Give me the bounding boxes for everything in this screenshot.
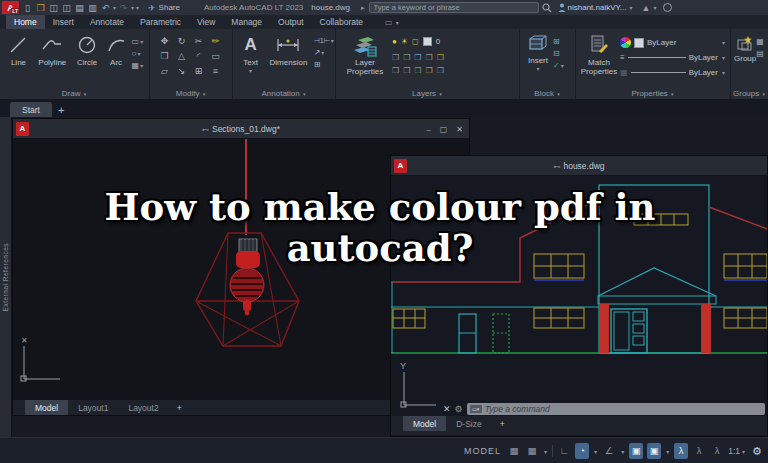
layer-off-icon[interactable]: ❒ [426,53,433,62]
color-bylayer-value[interactable]: ByLayer [647,38,718,47]
sections-window-titlebar[interactable]: A ⊷Sections_01.dwg* – ▢ ✕ [13,119,469,139]
command-input[interactable] [485,404,762,414]
circle-button[interactable]: Circle [72,29,103,85]
rotate-icon[interactable]: ↻ [173,34,190,49]
match-properties-button[interactable]: Match Properties [580,29,618,85]
annotation-scale-icon[interactable]: λ [710,443,724,459]
help-icon[interactable] [663,3,672,12]
linear-dimension-icon[interactable]: ⊣1⊢▾ [314,37,335,45]
house-tab-model[interactable]: Model [403,416,446,431]
group-edit-icon[interactable]: ▤ [756,49,768,58]
open-file-icon[interactable]: ❒ [34,3,47,13]
mirror-icon[interactable]: △ [173,49,190,64]
isometric-drafting-icon[interactable]: ∠ [602,443,616,459]
leader-icon[interactable]: ↗▾ [314,48,335,57]
text-button[interactable]: A Text ▾ [238,29,263,85]
sections-tab-layout1[interactable]: Layout1 [68,400,118,415]
ellipse-tool-icon[interactable]: ○▾ [132,49,149,58]
layer-delete-icon[interactable]: ❒ [426,66,433,75]
lineweight-bylayer-value[interactable]: ByLayer [689,53,718,62]
line-button[interactable]: Line [4,29,33,85]
layer-isolate-icon[interactable]: ❒ [403,53,410,62]
draw-panel-label[interactable]: Draw ▾ [0,89,149,98]
account-menu[interactable]: nishant.naikVY... ▾ [558,3,634,12]
snap-caret-icon[interactable]: ▾ [544,448,547,455]
edit-block-icon[interactable]: ⊟ [553,49,573,58]
model-space-button[interactable]: MODEL [464,446,501,456]
layer-on-icon[interactable]: ● [392,37,397,46]
lineweight-icon[interactable]: ≡ [620,53,625,62]
annotation-scale-value[interactable]: 1:1 ▾ [728,446,746,456]
ribbon-tab-output[interactable]: Output [270,15,312,29]
search-icon[interactable] [542,3,552,13]
array-icon[interactable]: ⊞ [190,64,207,79]
undo-caret-icon[interactable]: ▾ [113,4,116,11]
ribbon-tab-annotate[interactable]: Annotate [82,15,132,29]
properties-panel-label[interactable]: Properties ▾ [576,89,730,98]
osnap-tracking-icon[interactable]: ▣ [629,443,643,459]
move-icon[interactable]: ✥ [156,34,173,49]
sections-restore-icon[interactable]: ▢ [440,125,448,134]
polyline-button[interactable]: Polyline [33,29,72,85]
ribbon-tab-parametric[interactable]: Parametric [132,15,189,29]
rectangle-tool-icon[interactable]: ▭▾ [132,37,149,46]
copy-icon[interactable]: ❐ [156,49,173,64]
arc-button[interactable]: Arc [103,29,130,85]
ortho-mode-icon[interactable]: ∟ [557,443,571,459]
layer-thaw-icon[interactable]: ☀ [401,37,408,46]
group-button[interactable]: Group [734,29,756,85]
ribbon-tab-view[interactable]: View [189,15,223,29]
command-tools-icon[interactable]: ⚙ [455,404,463,414]
scale-icon[interactable]: ↘ [173,64,190,79]
autoscale-icon[interactable]: λ [692,443,706,459]
layer-lock-icon[interactable]: ❒ [437,53,444,62]
offset-icon[interactable]: ▭ [207,49,224,64]
object-color-icon[interactable] [620,37,631,48]
external-references-palette-tab[interactable]: External References [0,117,12,437]
grid-display-icon[interactable]: ▦ [507,443,521,459]
sections-minimize-icon[interactable]: – [426,125,430,134]
erase-icon[interactable]: ✏ [207,34,224,49]
settings-gear-icon[interactable]: ⚙ [750,443,764,459]
layer-color-swatch[interactable] [423,37,432,46]
sections-tab-layout2[interactable]: Layout2 [118,400,168,415]
new-drawing-tab-button[interactable]: + [58,104,64,117]
object-snap-icon[interactable]: ▣ [647,443,661,459]
fillet-icon[interactable]: ◜ [190,49,207,64]
stretch-icon[interactable]: ▱ [156,64,173,79]
layer-state-icon[interactable]: ❒ [392,53,399,62]
osnap-caret-icon[interactable]: ▾ [666,448,669,455]
layer-match-icon[interactable]: ❒ [392,66,399,75]
color-caret-icon[interactable]: ▾ [722,39,725,46]
house-tab-dsize[interactable]: D-Size [446,416,492,431]
new-file-icon[interactable]: ▯ [21,3,34,13]
app-caret-icon[interactable]: ▾ [654,4,657,11]
block-attributes-icon[interactable]: ✓▾ [553,61,573,70]
trim-icon[interactable]: ✂ [190,34,207,49]
layer-properties-button[interactable]: Layer Properties [342,29,388,85]
ungroup-icon[interactable]: ▦ [756,37,768,46]
start-tab[interactable]: Start [10,102,52,117]
layers-panel-label[interactable]: Layers ▾ [336,89,519,98]
linetype-icon[interactable]: ▦ [620,68,628,77]
command-options-icon[interactable]: ▭▾ [470,405,482,413]
save-icon[interactable]: ◫ [47,3,60,13]
layer-merge-icon[interactable]: ❒ [414,66,421,75]
iso-caret-icon[interactable]: ▾ [621,448,624,455]
sheet-set-icon[interactable]: ▥ [86,3,99,13]
create-block-icon[interactable]: ⊞ [553,37,573,46]
share-button[interactable]: ✈ Share [148,3,180,13]
ribbon-tab-manage[interactable]: Manage [223,15,270,29]
lineweight-caret-icon[interactable]: ▾ [722,54,725,61]
autocad-logo-icon[interactable]: A LT [2,1,19,14]
annotation-panel-label[interactable]: Annotation ▾ [233,89,335,98]
linetype-bylayer-value[interactable]: ByLayer [689,68,718,77]
modify-panel-label[interactable]: Modify ▾ [150,89,232,98]
sections-new-layout-button[interactable]: + [169,400,190,415]
house-window-titlebar[interactable]: A ⊷house.dwg [391,156,767,176]
sections-tab-model[interactable]: Model [25,400,68,415]
linetype-caret-icon[interactable]: ▾ [722,69,725,76]
undo-icon[interactable]: ↶ [99,3,112,13]
block-panel-label[interactable]: Block ▾ [520,89,575,98]
search-expand-icon[interactable]: ▸ [361,4,365,12]
